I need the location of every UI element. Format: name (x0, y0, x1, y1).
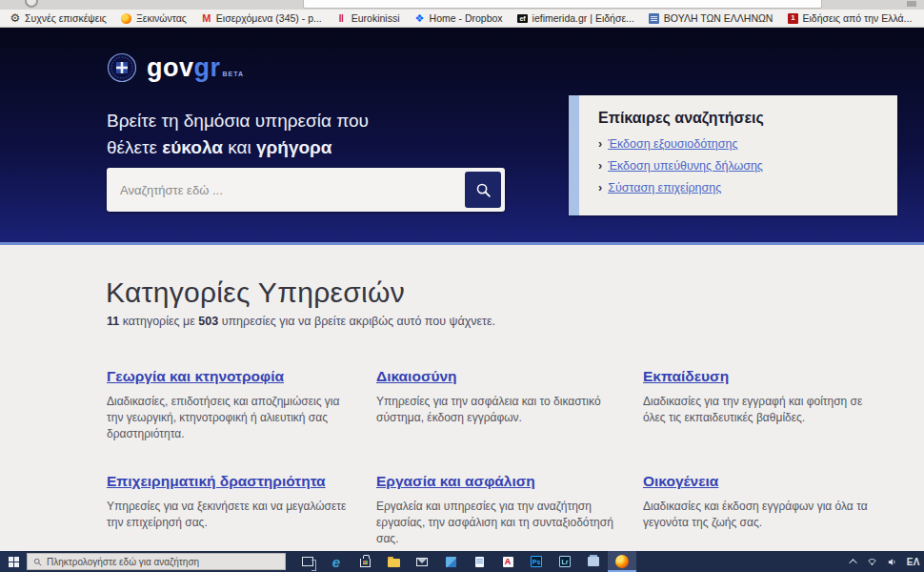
topical-link-row: › Έκδοση εξουσιοδότησης (598, 137, 764, 151)
bookmark-dropbox[interactable]: ❖ Home - Dropbox (414, 12, 503, 24)
category-desc: Διαδικασίες και έκδοση εγγράφων για όλα … (643, 499, 897, 531)
category-link-agriculture[interactable]: Γεωργία και κτηνοτροφία (107, 368, 284, 385)
mail-icon (416, 558, 428, 566)
news-red-icon: 1 (787, 12, 798, 24)
folder-icon (388, 559, 400, 567)
category-link-work-insurance[interactable]: Εργασία και ασφάλιση (376, 473, 535, 490)
bookmark-frequent-visits[interactable]: ⚙ Συχνές επισκέψεις (10, 12, 107, 24)
category-link-family[interactable]: Οικογένεια (643, 473, 718, 490)
document-app-button[interactable] (465, 551, 493, 572)
main-content: Κατηγορίες Υπηρεσιών 11 κατηγορίες με 50… (0, 248, 924, 551)
hero-headline: Βρείτε τη δημόσια υπηρεσία που θέλετε εύ… (107, 108, 369, 161)
bookmark-eurokinissi[interactable]: ‖ Eurokinissi (336, 12, 400, 24)
category-link-business[interactable]: Επιχειρηματική δραστηριότητα (107, 473, 326, 490)
photoshop-button[interactable]: Ps (522, 551, 551, 572)
link-authorization[interactable]: Έκδοση εξουσιοδότησης (608, 137, 737, 151)
windows-logo-icon (9, 557, 19, 567)
address-bar[interactable] (303, 0, 822, 9)
photos-button[interactable] (436, 551, 465, 572)
iefimerida-icon: ef (517, 12, 529, 24)
language-indicator[interactable]: ΕΛ (907, 557, 920, 567)
topical-link-row: › Έκδοση υπεύθυνης δήλωσης (598, 159, 764, 173)
category-link-education[interactable]: Εκπαίδευση (643, 368, 729, 385)
lightroom-icon: Lr (559, 556, 571, 567)
logo-beta-badge: BETA (223, 71, 245, 77)
category-agriculture: Γεωργία και κτηνοτροφία Διαδικασίες, επι… (107, 368, 376, 442)
bookmark-label: Eurokinissi (352, 12, 400, 24)
logo-text: govgrBETA (147, 53, 244, 83)
network-icon[interactable] (867, 557, 877, 567)
firefox-icon (615, 555, 629, 568)
bookmark-label: Home - Dropbox (430, 12, 503, 24)
bookmark-parliament[interactable]: ΒΟΥΛΗ ΤΩΝ ΕΛΛΗΝΩΝ (649, 12, 773, 24)
dropbox-icon: ❖ (414, 12, 426, 24)
categories-grid: Γεωργία και κτηνοτροφία Διαδικασίες, επι… (107, 368, 897, 547)
store-button[interactable] (351, 551, 379, 572)
category-desc: Υπηρεσίες για να ξεκινήσετε και να μεγαλ… (107, 499, 376, 531)
hero-section: govgrBETA Βρείτε τη δημόσια υπηρεσία που… (0, 28, 924, 245)
photoshop-icon: Ps (531, 556, 542, 567)
link-solemn-declaration[interactable]: Έκδοση υπεύθυνης δήλωσης (608, 159, 763, 173)
mail-button[interactable] (408, 551, 436, 572)
bookmarks-bar: ⚙ Συχνές επισκέψεις Ξεκινώντας M Εισερχό… (0, 10, 924, 28)
taskbar-search-placeholder: Πληκτρολογήστε εδώ για αναζήτηση (47, 557, 199, 567)
govgr-logo[interactable]: govgrBETA (107, 52, 244, 83)
topical-searches-panel: Επίκαιρες αναζητήσεις › Έκδοση εξουσιοδό… (569, 95, 897, 215)
headline-line2: θέλετε εύκολα και γρήγορα (107, 134, 369, 161)
category-desc: Διαδικασίες, επιδοτήσεις και αποζημιώσει… (107, 394, 376, 442)
acrobat-icon: A (503, 557, 513, 567)
chevron-up-icon[interactable] (849, 559, 856, 566)
headline-line1: Βρείτε τη δημόσια υπηρεσία που (107, 108, 369, 134)
category-justice: Δικαιοσύνη Υπηρεσίες για την ασφάλεια κα… (376, 368, 643, 442)
edge-button[interactable]: e (322, 551, 351, 572)
logo-gov: gov (147, 53, 194, 82)
firefox-button[interactable] (608, 551, 636, 572)
category-desc: Υπηρεσίες για την ασφάλεια και το δικαστ… (376, 394, 643, 426)
windows-taskbar: Πληκτρολογήστε εδώ για αναζήτηση e A Ps … (0, 551, 924, 572)
category-link-justice[interactable]: Δικαιοσύνη (376, 368, 457, 385)
search-icon (33, 558, 42, 566)
search-input[interactable] (107, 168, 465, 212)
search-icon (475, 182, 492, 198)
photos-icon (446, 557, 456, 567)
taskbar-search[interactable]: Πληκτρολογήστε εδώ για αναζήτηση (27, 553, 286, 570)
chevron-right-icon: › (598, 159, 602, 173)
start-button[interactable] (0, 551, 27, 572)
search-button[interactable] (465, 172, 501, 208)
bookmark-label: Εισερχόμενα (345) - p... (216, 12, 322, 24)
acrobat-button[interactable]: A (493, 551, 522, 572)
gear-icon: ⚙ (10, 12, 21, 24)
bookmark-getting-started[interactable]: Ξεκινώντας (121, 12, 187, 24)
firefox-icon (121, 12, 132, 24)
system-tray: ΕΛ (852, 557, 924, 567)
edge-icon: e (332, 555, 340, 569)
bridge-icon (588, 557, 599, 566)
topical-searches-title: Επίκαιρες αναζητήσεις (598, 110, 764, 127)
screen: ⚙ Συχνές επισκέψεις Ξεκινώντας M Εισερχό… (0, 0, 924, 572)
panel-accent-stripe (569, 95, 579, 215)
link-company-formation[interactable]: Σύσταση επιχείρησης (608, 181, 721, 194)
category-family: Οικογένεια Διαδικασίες και έκδοση εγγράφ… (643, 473, 897, 547)
logo-gr: gr (194, 53, 221, 82)
bookmark-news-greece[interactable]: 1 Ειδήσεις από την Ελλά... (787, 12, 912, 24)
reload-icon[interactable] (25, 0, 38, 8)
category-desc: Διαδικασίες για την εγγραφή και φοίτηση … (643, 394, 897, 426)
chevron-right-icon: › (598, 181, 602, 194)
bookmark-label: iefimerida.gr | Ειδήσε... (532, 12, 634, 24)
volume-icon[interactable] (887, 557, 897, 567)
bookmark-iefimerida[interactable]: ef iefimerida.gr | Ειδήσε... (517, 12, 634, 24)
browser-chrome-strip (0, 0, 924, 10)
gmail-icon: M (201, 12, 212, 24)
greek-emblem-icon (107, 52, 137, 83)
page-title: Κατηγορίες Υπηρεσιών (106, 276, 405, 309)
window-controls-icon[interactable] (907, 1, 916, 7)
bridge-button[interactable] (579, 551, 608, 572)
document-icon (475, 557, 484, 567)
bookmark-label: ΒΟΥΛΗ ΤΩΝ ΕΛΛΗΝΩΝ (664, 12, 773, 24)
file-explorer-button[interactable] (379, 551, 408, 572)
task-view-icon (302, 557, 313, 566)
bookmark-gmail-inbox[interactable]: M Εισερχόμενα (345) - p... (201, 12, 322, 24)
lightroom-button[interactable]: Lr (551, 551, 579, 572)
category-education: Εκπαίδευση Διαδικασίες για την εγγραφή κ… (643, 368, 897, 442)
task-view-button[interactable] (293, 551, 322, 572)
